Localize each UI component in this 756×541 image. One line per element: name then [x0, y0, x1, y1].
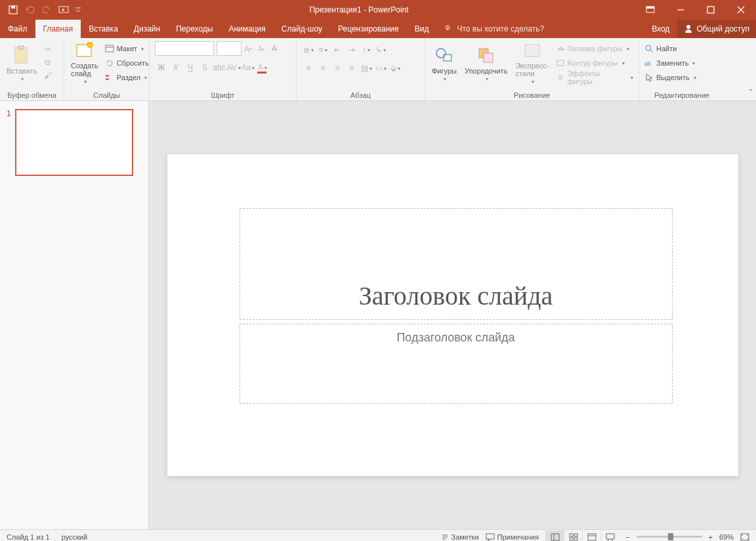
save-icon[interactable] [5, 2, 21, 18]
arrange-button[interactable]: Упорядочить▾ [461, 40, 511, 86]
shape-effects-button[interactable]: Эффекты фигуры▾ [553, 70, 636, 85]
font-color-icon[interactable]: A▾ [256, 61, 269, 74]
svg-rect-41 [606, 534, 614, 539]
fit-to-window-icon[interactable] [740, 533, 749, 541]
comments-button[interactable]: Примечания [486, 533, 539, 541]
columns-icon[interactable]: ▤▾ [360, 62, 373, 75]
slideshow-view-icon[interactable] [600, 530, 619, 542]
zoom-thumb[interactable] [668, 533, 673, 540]
align-right-icon[interactable]: ≡ [331, 62, 344, 75]
clear-format-icon[interactable]: A̶ [268, 42, 281, 55]
new-slide-button[interactable]: Создать слайд▾ [67, 40, 102, 86]
shapes-icon [434, 45, 455, 66]
replace-icon: ab [644, 59, 654, 67]
normal-view-icon[interactable] [545, 530, 564, 542]
shadow-icon[interactable]: abc [213, 61, 226, 74]
dec-indent-icon[interactable]: ⇤ [331, 43, 344, 56]
ribbon-display-icon[interactable] [635, 0, 665, 20]
slide-counter[interactable]: Слайд 1 из 1 [7, 533, 50, 541]
undo-icon[interactable] [22, 2, 38, 18]
change-case-icon[interactable]: Aa▾ [242, 61, 255, 74]
share-button[interactable]: Общий доступ [677, 20, 756, 38]
share-label: Общий доступ [696, 24, 749, 33]
language-indicator[interactable]: русский [62, 533, 87, 541]
subtitle-placeholder[interactable]: Подзаголовок слайда [240, 324, 673, 404]
underline-icon[interactable]: Ч [184, 61, 197, 74]
align-text-icon[interactable]: ▭▾ [374, 62, 387, 75]
paste-button[interactable]: Вставить▾ [3, 40, 41, 86]
svg-rect-17 [106, 75, 109, 77]
text-direction-icon[interactable]: ↳▾ [374, 43, 387, 56]
align-center-icon[interactable]: ≡ [316, 62, 329, 75]
titlebar: Презентация1 - PowerPoint [0, 0, 756, 20]
italic-icon[interactable]: К [169, 61, 182, 74]
layout-icon [105, 45, 114, 53]
minimize-icon[interactable] [665, 0, 696, 20]
zoom-in-icon[interactable]: + [709, 533, 713, 541]
present-from-start-icon[interactable] [56, 2, 72, 18]
find-button[interactable]: Найти [642, 41, 699, 56]
notes-button[interactable]: Заметки [441, 533, 479, 541]
format-painter-icon[interactable]: 🖌 [41, 69, 54, 82]
svg-rect-11 [15, 47, 27, 63]
slide[interactable]: Заголовок слайда Подзаголовок слайда [167, 154, 738, 476]
zoom-slider[interactable] [637, 536, 702, 538]
outline-icon [556, 59, 565, 67]
select-icon [644, 73, 654, 82]
smartart-icon[interactable]: ⬙▾ [388, 62, 402, 75]
cut-icon[interactable]: ✂ [41, 43, 54, 56]
title-placeholder[interactable]: Заголовок слайда [240, 208, 673, 320]
font-family-input[interactable] [155, 41, 214, 56]
ribbon-tabs: Файл Главная Вставка Дизайн Переходы Ани… [0, 20, 756, 38]
svg-rect-15 [106, 45, 114, 52]
tab-transitions[interactable]: Переходы [168, 20, 220, 38]
tab-home[interactable]: Главная [35, 20, 81, 38]
quick-styles-button[interactable]: Экспресс- стили▾ [511, 40, 553, 86]
copy-icon[interactable]: ⧉ [41, 56, 54, 69]
qat-customize-icon[interactable] [74, 2, 83, 18]
thumbnail-item[interactable]: 1 [7, 109, 142, 176]
spacing-icon[interactable]: AV▾ [227, 61, 240, 74]
tab-file[interactable]: Файл [0, 20, 35, 38]
redo-icon[interactable] [39, 2, 55, 18]
zoom-percent[interactable]: 69% [719, 533, 734, 541]
font-size-input[interactable] [217, 41, 242, 56]
bullets-icon[interactable]: ≣▾ [302, 43, 315, 56]
comment-icon [486, 533, 495, 541]
arrange-icon [476, 45, 497, 66]
tab-review[interactable]: Рецензирование [330, 20, 407, 38]
thumbnail-preview[interactable] [15, 109, 133, 176]
tab-animations[interactable]: Анимация [220, 20, 273, 38]
tab-view[interactable]: Вид [407, 20, 437, 38]
shrink-font-icon[interactable]: A▾ [255, 42, 268, 55]
sorter-view-icon[interactable] [564, 530, 582, 542]
notes-icon [441, 533, 449, 541]
tab-slideshow[interactable]: Слайд-шоу [274, 20, 330, 38]
reset-button[interactable]: Сбросить [102, 56, 152, 70]
reading-view-icon[interactable] [582, 530, 600, 542]
bold-icon[interactable]: Ж [155, 61, 168, 74]
collapse-ribbon-icon[interactable]: ˆ [749, 89, 752, 98]
sign-in-button[interactable]: Вход [644, 20, 677, 38]
close-icon[interactable] [726, 0, 756, 20]
justify-icon[interactable]: ≡ [345, 62, 358, 75]
line-spacing-icon[interactable]: ↕▾ [360, 43, 373, 56]
select-button[interactable]: Выделить▾ [642, 70, 699, 85]
shape-fill-button[interactable]: Заливка фигуры▾ [553, 41, 636, 56]
section-button[interactable]: Раздел▾ [102, 70, 152, 85]
numbering-icon[interactable]: ≡▾ [316, 43, 329, 56]
replace-button[interactable]: abЗаменить▾ [642, 56, 699, 70]
align-left-icon[interactable]: ≡ [302, 62, 315, 75]
tell-me-search[interactable]: Что вы хотите сделать? [436, 20, 552, 38]
grow-font-icon[interactable]: A▴ [242, 42, 255, 55]
maximize-icon[interactable] [696, 0, 726, 20]
tab-design[interactable]: Дизайн [126, 20, 168, 38]
subtitle-placeholder-text: Подзаголовок слайда [396, 331, 514, 345]
shape-outline-button[interactable]: Контур фигуры▾ [553, 56, 636, 70]
zoom-out-icon[interactable]: − [625, 533, 629, 541]
strike-icon[interactable]: S [198, 61, 211, 74]
tab-insert[interactable]: Вставка [81, 20, 126, 38]
layout-button[interactable]: Макет▾ [102, 41, 152, 56]
shapes-button[interactable]: Фигуры▾ [428, 40, 461, 86]
inc-indent-icon[interactable]: ⇥ [345, 43, 358, 56]
